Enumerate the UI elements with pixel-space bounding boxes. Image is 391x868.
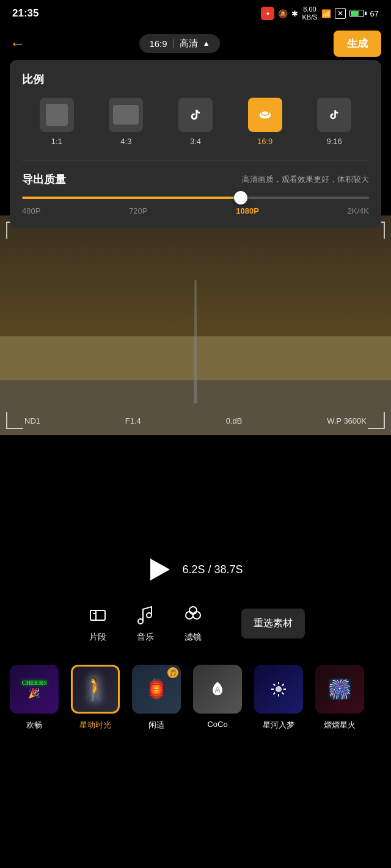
quality-desc: 高清画质，观看效果更好，体积较大 (242, 174, 369, 185)
slider-labels: 480P 720P 1080P 2K/4K (22, 206, 369, 215)
music-item-fireworks[interactable]: 🎆 熠熠星火 (315, 665, 364, 731)
ratio-box-4-3 (109, 98, 143, 132)
video-db: 0.dB (226, 416, 243, 425)
battery-icon (349, 10, 367, 17)
filter-tool[interactable]: 滤镜 (181, 604, 205, 643)
ratio-item-16-9[interactable]: 16:9 (248, 98, 282, 146)
play-icon (150, 559, 170, 580)
playback-time: 6.2S / 38.7S (182, 563, 243, 576)
music-item-galaxy[interactable]: 星河入梦 (254, 665, 303, 731)
ratio-label-16-9: 16:9 (257, 137, 272, 146)
filter-icon (181, 604, 205, 627)
ratio-options: 1:1 4:3 3:4 (22, 98, 369, 146)
music-label-fireworks: 熠熠星火 (324, 720, 356, 731)
video-nd: ND1 (24, 416, 40, 425)
video-wb: W.P 3600K (327, 416, 367, 425)
wifi-icon: 📶 (321, 9, 331, 18)
ratio-label-4-3: 4:3 (120, 137, 131, 146)
svg-point-3 (186, 612, 193, 619)
current-time: 6.2S (182, 563, 205, 576)
segment-tool[interactable]: 片段 (86, 604, 109, 643)
quality-header: 导出质量 高清画质，观看效果更好，体积较大 (22, 172, 369, 187)
status-icons: ● 🔕 ✱ 8.00KB/S 📶 ✕ 67 (261, 5, 379, 21)
quality-value: 高清 (180, 38, 198, 49)
quality-title: 导出质量 (22, 172, 66, 187)
mute-icon: 🔕 (278, 9, 288, 18)
status-time: 21:35 (12, 7, 38, 20)
quality-2k4k: 2K/4K (348, 206, 369, 215)
music-item-coco[interactable]: CoCo (193, 665, 242, 731)
ratio-label-3-4: 3:4 (190, 137, 201, 146)
status-bar: 21:35 ● 🔕 ✱ 8.00KB/S 📶 ✕ 67 (0, 0, 391, 27)
ratio-item-9-16[interactable]: 9:16 (317, 98, 351, 146)
battery-percent: 67 (370, 9, 379, 18)
ratio-box-9-16 (317, 98, 351, 132)
segment-label: 片段 (89, 632, 106, 643)
ratio-panel-title: 比例 (22, 72, 369, 87)
music-label-star: 星动时光 (79, 720, 111, 731)
ratio-label-1-1: 1:1 (51, 137, 62, 146)
music-tool[interactable]: 音乐 (134, 604, 157, 643)
panel-divider (22, 161, 369, 161)
filter-label: 滤镜 (185, 632, 202, 643)
music-thumb-star: 🚶 (71, 665, 120, 714)
music-label-cheers: 欢畅 (26, 720, 42, 731)
music-item-cheers[interactable]: CHEERS 🎉 欢畅 (10, 665, 59, 731)
music-list: CHEERS 🎉 欢畅 🚶 星动时光 🏮 🎵 (10, 665, 381, 731)
sim-icon: ✕ (335, 8, 346, 19)
top-nav: ← 16:9 | 高清 ▲ 生成 (0, 27, 391, 60)
music-label-idle: 闲适 (148, 720, 164, 731)
time-separator: / (208, 563, 214, 576)
total-time: 38.7S (214, 563, 243, 576)
ratio-label-9-16: 9:16 (327, 137, 342, 146)
ratio-box-3-4 (178, 98, 213, 132)
bluetooth-icon: ✱ (291, 9, 298, 18)
video-metadata: ND1 F1.4 0.dB W.P 3600K (0, 416, 391, 425)
tool-bar: 片段 音乐 滤镜 重选素材 (0, 594, 391, 653)
play-button[interactable] (148, 557, 172, 582)
music-thumb-fireworks: 🎆 (315, 665, 364, 714)
ratio-box-16-9 (248, 98, 282, 132)
network-speed: 8.00KB/S (302, 5, 317, 21)
svg-point-4 (193, 612, 200, 619)
music-item-star[interactable]: 🚶 星动时光 (71, 665, 120, 731)
quality-480p: 480P (22, 206, 40, 215)
music-thumb-coco (193, 665, 242, 714)
svg-rect-0 (90, 610, 105, 620)
music-section: CHEERS 🎉 欢畅 🚶 星动时光 🏮 🎵 (0, 653, 391, 743)
ratio-item-4-3[interactable]: 4:3 (109, 98, 143, 146)
quality-1080p: 1080P (236, 206, 259, 215)
slider-thumb[interactable] (234, 191, 247, 204)
svg-point-5 (189, 607, 197, 614)
video-background: ND1 F1.4 0.dB W.P 3600K (0, 215, 391, 435)
music-thumb-cheers: CHEERS 🎉 (10, 665, 59, 714)
ratio-panel: 比例 1:1 4:3 3:4 (10, 60, 381, 228)
back-button[interactable]: ← (10, 34, 26, 53)
quality-720p: 720P (129, 206, 147, 215)
record-icon: ● (261, 7, 274, 20)
resolution-divider: | (172, 38, 175, 49)
music-label-galaxy: 星河入梦 (263, 720, 294, 731)
resolution-value: 16:9 (149, 38, 167, 49)
chevron-up-icon: ▲ (203, 39, 210, 48)
ratio-box-1-1 (40, 98, 74, 132)
music-label: 音乐 (137, 632, 154, 643)
reselect-button[interactable]: 重选素材 (241, 609, 305, 638)
quality-slider[interactable] (22, 197, 369, 199)
resolution-selector[interactable]: 16:9 | 高清 ▲ (139, 34, 219, 53)
video-preview: ND1 F1.4 0.dB W.P 3600K (0, 215, 391, 435)
slider-track (22, 197, 369, 199)
music-item-idle[interactable]: 🏮 🎵 闲适 (132, 665, 181, 731)
ratio-item-1-1[interactable]: 1:1 (40, 98, 74, 146)
music-icon (134, 604, 157, 627)
video-aperture: F1.4 (125, 416, 141, 425)
music-label-coco: CoCo (207, 720, 227, 729)
svg-point-7 (276, 686, 282, 692)
generate-button[interactable]: 生成 (334, 31, 381, 57)
segment-icon (86, 604, 109, 627)
svg-point-6 (216, 689, 219, 692)
music-thumb-idle: 🏮 🎵 (132, 665, 181, 714)
music-thumb-galaxy (254, 665, 303, 714)
ratio-item-3-4[interactable]: 3:4 (178, 98, 213, 146)
black-section (0, 435, 391, 545)
